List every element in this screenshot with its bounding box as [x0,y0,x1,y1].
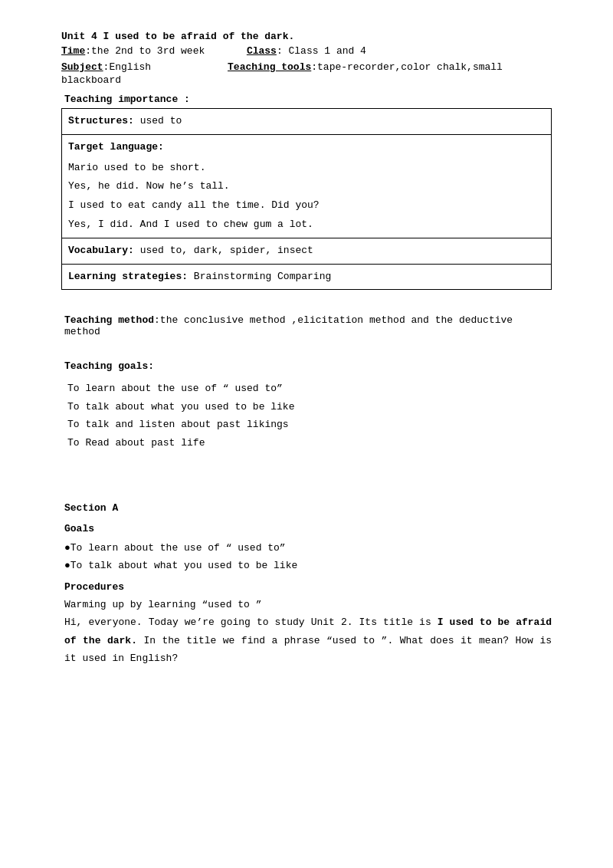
table-row-vocabulary: Vocabulary: used to, dark, spider, insec… [62,238,552,264]
teaching-importance-label: Teaching importance : [61,94,552,105]
table-row-structures: Structures: used to [62,109,552,135]
tools-part: Teaching tools:tape-recorder,color chalk… [228,61,552,73]
vocabulary-value: used to, dark, spider, insect [140,245,313,256]
time-colon: : [85,45,91,57]
teaching-goals-section: Teaching goals: To learn about the use o… [61,360,552,452]
table-row-learning: Learning strategies: Brainstorming Compa… [62,264,552,290]
importance-table: Structures: used to Target language: Mar… [61,108,552,290]
target-line-1: Mario used to be short. [68,160,545,176]
goal-2: To talk about what you used to be like [67,398,552,416]
target-language-cell: Target language: Mario used to be short.… [62,134,552,238]
learning-strategies-value: Brainstorming Comparing [194,271,331,282]
vocabulary-label: Vocabulary: [68,245,134,256]
bullet-goal-1: ●To learn about the use of “ used to” [64,539,552,557]
procedures-title: Procedures [64,581,552,593]
intro-text2: In the title we find a phrase “used to ”… [64,635,552,664]
time-value: the 2nd to 3rd week [91,45,205,57]
bullet-goal-2: ●To talk about what you used to be like [64,557,552,574]
teaching-method-label: Teaching method [64,314,154,326]
goal-1: To learn about the use of “ used to” [67,380,552,397]
section-a-title: Section A [64,502,552,514]
teaching-method-colon: : [154,314,160,326]
learning-strategies-label: Learning strategies: [68,271,188,282]
time-label: Time [61,45,85,57]
time-class-row: Time:the 2nd to 3rd week Class: Class 1 … [61,45,552,57]
subject-value: English [109,61,151,73]
subject-tools-row: Subject:English Teaching tools:tape-reco… [61,61,552,73]
spacer-1 [61,302,552,314]
class-colon: : [277,45,289,57]
spacer-2 [61,348,552,360]
section-a: Section A Goals ●To learn about the use … [61,502,552,667]
table-row-target: Target language: Mario used to be short.… [62,134,552,238]
tools-label: Teaching tools [228,61,311,73]
learning-strategies-cell: Learning strategies: Brainstorming Compa… [62,264,552,290]
teaching-method-row: Teaching method:the conclusive method ,e… [61,314,552,337]
document-container: Unit 4 I used to be afraid of the dark. … [61,31,552,667]
warming-up-text: Warming up by learning “used to ” [64,596,552,613]
blackboard-row: blackboard [61,74,552,86]
target-line-2: Yes, he did. Now he’s tall. [68,179,545,195]
subject-part: Subject:English [61,61,151,73]
structures-label: Structures: [68,115,134,127]
target-language-label: Target language: [68,141,164,153]
subject-label: Subject [61,61,103,73]
tools-colon: : [311,61,317,73]
tools-value: tape-recorder,color chalk,small [317,61,503,73]
target-line-4: Yes, I did. And I used to chew gum a lot… [68,217,545,233]
target-line-3: I used to eat candy all the time. Did yo… [68,198,545,214]
structures-value: used to [140,115,182,127]
teaching-goals-title: Teaching goals: [64,360,552,372]
spacer-3 [61,462,552,475]
intro-text-normal: Hi, everyone. Today we’re going to study… [64,616,438,628]
goals-list: To learn about the use of “ used to” To … [64,380,552,452]
class-value: Class 1 and 4 [289,45,366,57]
intro-paragraph: Hi, everyone. Today we’re going to study… [64,613,552,667]
structures-cell: Structures: used to [62,109,552,135]
goal-4: To Read about past life [67,434,552,452]
class-label: Class [247,45,277,57]
goals-subtitle: Goals [64,523,552,534]
unit-title: Unit 4 I used to be afraid of the dark. [61,31,552,42]
vocabulary-cell: Vocabulary: used to, dark, spider, insec… [62,238,552,264]
spacer-4 [61,475,552,487]
goal-3: To talk and listen about past likings [67,416,552,433]
